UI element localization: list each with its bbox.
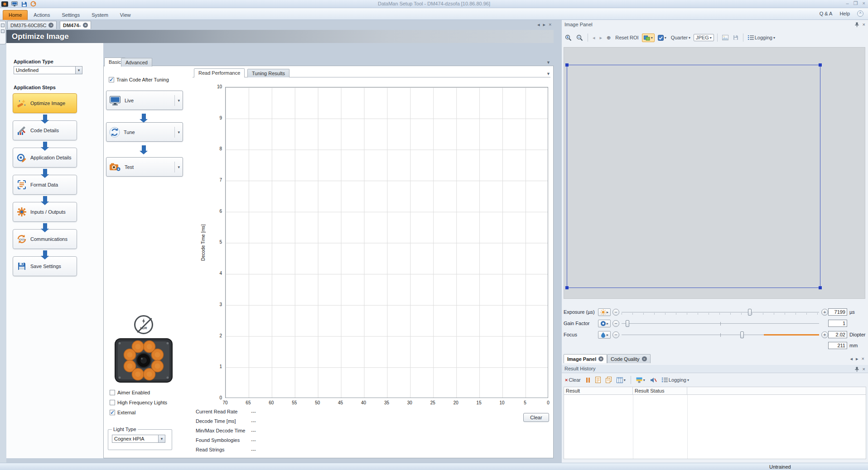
scroll-tabs-right-icon[interactable]: ▸ — [543, 22, 546, 28]
focus-decrease-button[interactable]: − — [612, 331, 619, 338]
menu-help[interactable]: Help — [839, 11, 850, 16]
previous-image-icon[interactable]: ◂ — [591, 34, 597, 42]
menu-qa[interactable]: Q & A — [820, 11, 833, 16]
image-format-dropdown[interactable]: JPEG ▾ — [694, 34, 714, 41]
gain-decrease-button[interactable]: − — [612, 320, 619, 327]
center-roi-icon[interactable]: ⊕ — [605, 34, 612, 42]
menu-settings[interactable]: Settings — [56, 10, 86, 20]
device-tab-dm474[interactable]: DM474- × — [60, 21, 91, 29]
next-image-icon[interactable]: ▸ — [598, 34, 604, 42]
scroll-tabs-left-icon[interactable]: ◂ — [537, 22, 540, 28]
save-image-icon[interactable] — [721, 34, 730, 41]
gain-slider-thumb[interactable] — [626, 320, 629, 327]
collapse-ribbon-icon[interactable]: ^ — [857, 10, 863, 17]
menu-view[interactable]: View — [114, 10, 137, 20]
copy-results-icon[interactable] — [604, 376, 613, 384]
scroll-tabs-right-icon[interactable]: ▸ — [856, 356, 858, 362]
result-table-body[interactable] — [564, 395, 866, 459]
scroll-tabs-left-icon[interactable]: ◂ — [850, 356, 853, 362]
zoom-out-icon[interactable] — [575, 34, 584, 42]
external-checkbox[interactable] — [110, 410, 115, 415]
exposure-decrease-button[interactable]: − — [612, 309, 619, 316]
close-panel-icon[interactable]: × — [863, 366, 865, 372]
gain-value-field[interactable]: 1 — [828, 320, 847, 327]
device-tab-dm375[interactable]: DM375-60C85C × — [7, 21, 57, 29]
image-canvas[interactable] — [564, 47, 865, 299]
close-tab-icon[interactable]: × — [48, 23, 53, 28]
step-optimize-image[interactable]: Optimize Image — [13, 93, 77, 113]
roi-handle-bottom-left[interactable] — [565, 286, 569, 289]
aimer-enabled-checkbox[interactable] — [110, 390, 115, 395]
close-tab-icon[interactable]: × — [642, 356, 647, 361]
roi-handle-top-left[interactable] — [565, 63, 569, 67]
menu-actions[interactable]: Actions — [28, 10, 56, 20]
test-button[interactable]: Test ▾ — [106, 157, 183, 177]
exposure-value-field[interactable]: 7199 — [828, 308, 847, 316]
record-icon[interactable] — [732, 34, 740, 41]
exposure-increase-button[interactable]: + — [821, 309, 828, 316]
clear-results-button[interactable]: × Clear — [564, 376, 582, 384]
clear-chart-button[interactable]: Clear — [523, 413, 549, 422]
minimize-button[interactable]: – — [846, 0, 849, 6]
restore-button[interactable]: ❐ — [854, 0, 858, 6]
highlight-dropdown[interactable]: ▾ — [635, 376, 646, 384]
close-tab-icon[interactable]: × — [598, 356, 603, 361]
roi-rectangle[interactable] — [567, 65, 820, 288]
roi-handle-bottom-right[interactable] — [819, 286, 822, 289]
tab-code-quality[interactable]: Code Quality × — [607, 354, 651, 363]
columns-dropdown[interactable]: ▾ — [615, 376, 627, 384]
focus-value-field[interactable]: 2.02 — [828, 331, 847, 338]
close-tab-icon[interactable]: × — [83, 23, 88, 28]
chevron-down-icon[interactable]: ▾ — [75, 67, 82, 74]
high-frequency-checkbox[interactable] — [110, 400, 115, 405]
zoom-in-icon[interactable] — [564, 34, 573, 42]
export-report-icon[interactable] — [594, 376, 602, 384]
train-code-checkbox[interactable] — [109, 77, 114, 82]
column-result[interactable]: Result — [564, 387, 633, 394]
close-button[interactable]: × — [863, 0, 865, 6]
tune-button[interactable]: Tune ▾ — [106, 122, 183, 142]
live-button[interactable]: Live ▾ — [106, 91, 183, 110]
focus-slider[interactable] — [622, 331, 819, 339]
reset-roi-button[interactable]: Reset ROI — [614, 34, 640, 41]
focus-slider-thumb[interactable] — [740, 331, 744, 338]
application-type-dropdown[interactable]: Undefined ▾ — [14, 66, 82, 74]
overlay-options-button[interactable]: ▾ — [656, 34, 668, 42]
connect-icon[interactable] — [11, 1, 18, 7]
gain-slider[interactable] — [622, 319, 819, 327]
chevron-down-icon[interactable]: ▾ — [174, 127, 180, 138]
update-firmware-icon[interactable] — [30, 1, 37, 7]
chevron-down-icon[interactable]: ▾ — [174, 95, 180, 106]
light-type-dropdown[interactable]: Cognex HPIA ▾ — [112, 435, 165, 443]
tab-tuning-results[interactable]: Tuning Results — [247, 69, 289, 77]
menu-system[interactable]: System — [86, 10, 114, 20]
tab-image-panel[interactable]: Image Panel × — [564, 354, 607, 363]
pin-icon[interactable] — [855, 367, 859, 372]
collapse-section-icon[interactable]: ▼ — [546, 72, 550, 76]
image-size-dropdown[interactable]: Quarter ▾ — [670, 34, 692, 41]
tab-read-performance[interactable]: Read Performance — [194, 68, 245, 77]
tab-advanced[interactable]: Advanced — [121, 58, 152, 67]
chevron-down-icon[interactable]: ▾ — [158, 435, 165, 442]
chevron-down-icon[interactable]: ▾ — [174, 162, 180, 173]
close-panel-icon[interactable]: × — [863, 22, 865, 27]
exposure-mode-button[interactable]: ▸ — [598, 308, 611, 316]
roi-handle-top-right[interactable] — [819, 63, 822, 67]
column-result-status[interactable]: Result Status — [633, 387, 687, 394]
focus-mm-field[interactable]: 211 — [828, 342, 847, 349]
close-doc-icon[interactable]: × — [549, 22, 551, 28]
exposure-slider-thumb[interactable] — [748, 309, 752, 316]
save-icon[interactable] — [20, 1, 27, 7]
collapsed-panel-tab[interactable] — [0, 21, 6, 44]
exposure-slider[interactable] — [622, 308, 819, 316]
result-logging-dropdown[interactable]: Logging ▾ — [661, 376, 690, 384]
display-options-button[interactable]: ▾ — [642, 34, 655, 42]
logging-dropdown[interactable]: Logging ▾ — [747, 34, 776, 41]
menu-home[interactable]: Home — [3, 10, 28, 20]
focus-mode-button[interactable]: ▸ — [598, 331, 611, 339]
gain-mode-button[interactable]: ▸ — [598, 320, 611, 327]
mute-icon[interactable] — [649, 376, 658, 384]
pause-results-icon[interactable] — [584, 377, 592, 384]
collapse-section-icon[interactable]: ▼ — [546, 60, 550, 65]
close-doc-icon[interactable]: × — [862, 356, 864, 362]
